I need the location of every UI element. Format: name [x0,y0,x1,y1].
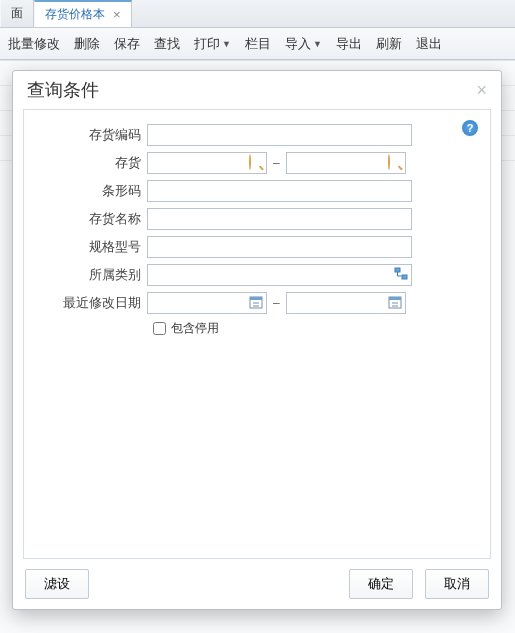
dialog-header: 查询条件 × [13,71,501,109]
range-dash: – [273,296,280,310]
label-barcode: 条形码 [42,182,147,200]
toolbar-batch-edit-label: 批量修改 [8,35,60,53]
label-inv-name: 存货名称 [42,210,147,228]
toolbar-find[interactable]: 查找 [154,35,180,53]
range-dash: – [273,156,280,170]
chevron-down-icon: ▼ [313,39,322,49]
query-dialog: 查询条件 × ? 存货编码 存货 – 条形码 存货名称 [12,70,502,610]
tab-inventory-pricebook[interactable]: 存货价格本 × [34,0,132,27]
toolbar-save-label: 保存 [114,35,140,53]
search-icon[interactable] [249,155,263,169]
toolbar-exit-label: 退出 [416,35,442,53]
help-icon[interactable]: ? [462,120,478,136]
toolbar-print[interactable]: 打印▼ [194,35,231,53]
dialog-close-icon[interactable]: × [476,80,487,101]
toolbar-save[interactable]: 保存 [114,35,140,53]
close-icon[interactable]: × [113,8,121,21]
toolbar: 批量修改 删除 保存 查找 打印▼ 栏目 导入▼ 导出 刷新 退出 [0,28,515,60]
toolbar-print-label: 打印 [194,35,220,53]
toolbar-find-label: 查找 [154,35,180,53]
svg-rect-3 [250,297,262,300]
toolbar-exit[interactable]: 退出 [416,35,442,53]
label-inv-code: 存货编码 [42,126,147,144]
search-icon[interactable] [388,155,402,169]
barcode-input[interactable] [147,180,412,202]
svg-rect-1 [402,275,407,279]
label-spec: 规格型号 [42,238,147,256]
label-last-mod: 最近修改日期 [42,294,147,312]
include-disabled-checkbox[interactable] [153,322,166,335]
tab-active-label: 存货价格本 [45,6,105,23]
cancel-button[interactable]: 取消 [425,569,489,599]
toolbar-columns[interactable]: 栏目 [245,35,271,53]
chevron-down-icon: ▼ [222,39,231,49]
toolbar-export[interactable]: 导出 [336,35,362,53]
toolbar-import-label: 导入 [285,35,311,53]
dialog-title: 查询条件 [27,78,99,102]
ok-button[interactable]: 确定 [349,569,413,599]
inv-name-input[interactable] [147,208,412,230]
toolbar-refresh-label: 刷新 [376,35,402,53]
tree-lookup-icon[interactable] [394,267,408,281]
toolbar-import[interactable]: 导入▼ [285,35,322,53]
svg-rect-7 [389,297,401,300]
label-category: 所属类别 [42,266,147,284]
tab-prev[interactable]: 面 [0,0,34,27]
svg-rect-0 [395,268,400,272]
tab-prev-label: 面 [11,5,23,22]
include-disabled-label: 包含停用 [171,320,219,337]
toolbar-delete[interactable]: 删除 [74,35,100,53]
label-inventory: 存货 [42,154,147,172]
toolbar-export-label: 导出 [336,35,362,53]
dialog-body: ? 存货编码 存货 – 条形码 存货名称 规格型号 [23,109,491,559]
toolbar-batch-edit[interactable]: 批量修改 [8,35,60,53]
calendar-icon[interactable] [249,295,263,309]
toolbar-columns-label: 栏目 [245,35,271,53]
calendar-icon[interactable] [388,295,402,309]
inv-code-input[interactable] [147,124,412,146]
filter-button[interactable]: 滤设 [25,569,89,599]
dialog-footer: 滤设 确定 取消 [13,559,501,609]
toolbar-delete-label: 删除 [74,35,100,53]
category-input[interactable] [147,264,412,286]
toolbar-refresh[interactable]: 刷新 [376,35,402,53]
spec-input[interactable] [147,236,412,258]
